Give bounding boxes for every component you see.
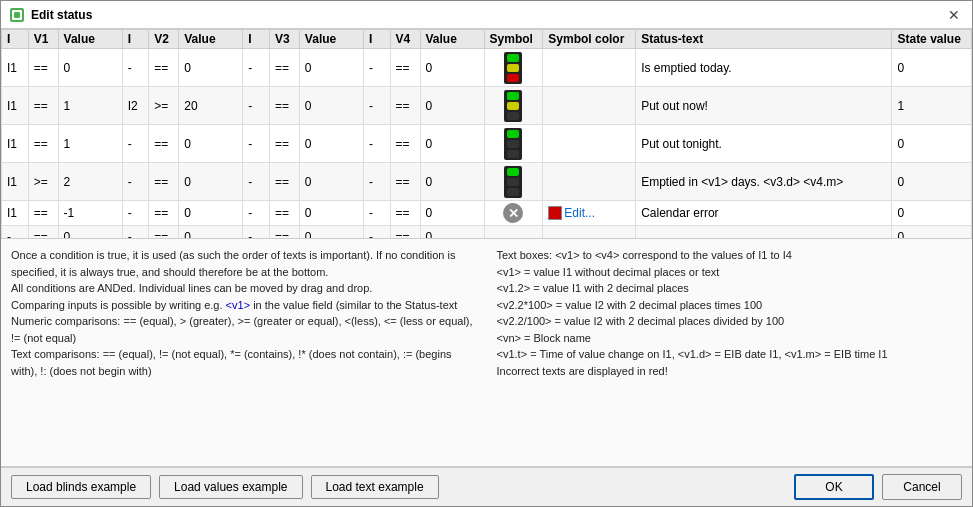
cell-val4: 0 [420,49,484,87]
cell-i3: - [243,49,270,87]
cancel-button[interactable]: Cancel [882,474,962,500]
cell-val4: 0 [420,163,484,201]
help-left: Once a condition is true, it is used (as… [11,247,477,458]
cell-symbol-color: Edit... [543,201,636,226]
load-blinds-button[interactable]: Load blinds example [11,475,151,499]
help-left-p4: Numeric comparisons: == (equal), > (grea… [11,313,477,346]
cell-i2: - [122,226,149,240]
col-header-v4: V4 [390,30,420,49]
col-header-val1: Value [58,30,122,49]
cell-i3: - [243,226,270,240]
cell-v4: == [390,87,420,125]
window-title: Edit status [31,8,944,22]
table-area: I V1 Value I V2 Value I V3 Value I V4 Va… [1,29,972,239]
cell-val1: 1 [58,87,122,125]
cell-val4: 0 [420,226,484,240]
col-header-v1: V1 [28,30,58,49]
cell-val3: 0 [299,87,363,125]
table-row[interactable]: I1==1-==0-==0-==0 Put out tonight.0 [2,125,972,163]
cell-val2: 0 [179,125,243,163]
table-row[interactable]: -==0-==0-==0-==00 [2,226,972,240]
cell-i4: - [363,125,390,163]
cell-i4: - [363,201,390,226]
col-header-statevalue: State value [892,30,972,49]
cell-val3: 0 [299,49,363,87]
cell-i2: - [122,49,149,87]
cell-i1: I1 [2,87,29,125]
ok-button[interactable]: OK [794,474,874,500]
col-header-i1: I [2,30,29,49]
cell-val3: 0 [299,125,363,163]
help-left-p5: Text comparisons: == (equal), != (not eq… [11,346,477,379]
cell-symbol-color [543,226,636,240]
help-right-p1: Text boxes: <v1> to <v4> correspond to t… [497,247,963,264]
cell-val2: 0 [179,226,243,240]
cell-val1: 1 [58,125,122,163]
cell-v2: == [149,49,179,87]
cell-state-value: 0 [892,226,972,240]
cell-val1: 0 [58,49,122,87]
col-header-i3: I [243,30,270,49]
table-row[interactable]: I1==-1-==0-==0-==0✕Edit...Calendar error… [2,201,972,226]
cell-status-text: Emptied in <v1> days. <v3.d> <v4.m> [636,163,892,201]
color-swatch [548,206,562,220]
cell-val1: 0 [58,226,122,240]
cell-val3: 0 [299,201,363,226]
col-header-statustext: Status-text [636,30,892,49]
help-right-p8: Incorrect texts are displayed in red! [497,363,963,380]
x-symbol-icon: ✕ [503,203,523,223]
cell-v1: >= [28,163,58,201]
help-right-p4: <v2.2*100> = value I2 with 2 decimal pla… [497,297,963,314]
cell-val4: 0 [420,201,484,226]
cell-status-text: Is emptied today. [636,49,892,87]
bottom-bar-right: OK Cancel [794,474,962,500]
cell-v4: == [390,226,420,240]
col-header-symbol: Symbol [484,30,543,49]
cell-v2: == [149,226,179,240]
load-text-button[interactable]: Load text example [311,475,439,499]
cell-v3: == [269,226,299,240]
table-body: I1==0-==0-==0-==0 Is emptied today.0I1==… [2,49,972,240]
help-left-p2: All conditions are ANDed. Individual lin… [11,280,477,297]
cell-val2: 0 [179,201,243,226]
cell-v1: == [28,201,58,226]
cell-i2: - [122,163,149,201]
cell-i1: - [2,226,29,240]
col-header-v3: V3 [269,30,299,49]
help-right-p5: <v2.2/100> = value I2 with 2 decimal pla… [497,313,963,330]
cell-v4: == [390,201,420,226]
table-row[interactable]: I1>=2-==0-==0-==0 Emptied in <v1> days. … [2,163,972,201]
cell-i4: - [363,49,390,87]
cell-status-text: Calendar error [636,201,892,226]
cell-v2: == [149,201,179,226]
col-header-i4: I [363,30,390,49]
cell-val3: 0 [299,226,363,240]
help-left-p3: Comparing inputs is possible by writing … [11,297,477,314]
cell-i4: - [363,226,390,240]
cell-i1: I1 [2,49,29,87]
cell-v4: == [390,163,420,201]
cell-status-text [636,226,892,240]
cell-symbol [484,125,543,163]
cell-state-value: 1 [892,87,972,125]
help-right-p6: <vn> = Block name [497,330,963,347]
cell-i3: - [243,87,270,125]
close-button[interactable]: ✕ [944,5,964,25]
cell-i1: I1 [2,201,29,226]
cell-i3: - [243,163,270,201]
col-header-v2: V2 [149,30,179,49]
cell-val1: -1 [58,201,122,226]
table-row[interactable]: I1==0-==0-==0-==0 Is emptied today.0 [2,49,972,87]
cell-i2: - [122,125,149,163]
cell-v1: == [28,87,58,125]
load-values-button[interactable]: Load values example [159,475,302,499]
edit-link[interactable]: Edit... [564,206,595,220]
col-header-symcolor: Symbol color [543,30,636,49]
cell-v3: == [269,87,299,125]
cell-symbol-color [543,163,636,201]
cell-val2: 20 [179,87,243,125]
table-row[interactable]: I1==1I2>=20-==0-==0 Put out now!1 [2,87,972,125]
help-left-p1: Once a condition is true, it is used (as… [11,247,477,280]
cell-val3: 0 [299,163,363,201]
cell-val4: 0 [420,87,484,125]
